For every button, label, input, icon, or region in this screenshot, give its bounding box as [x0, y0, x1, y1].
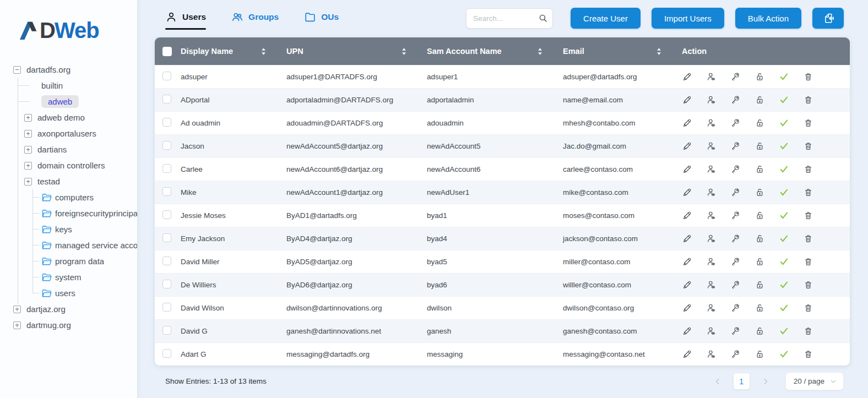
enabled-check-icon[interactable] [779, 95, 789, 105]
user-details-icon[interactable] [706, 118, 717, 128]
enabled-check-icon[interactable] [779, 326, 789, 336]
next-page-button[interactable] [761, 377, 771, 386]
unlock-account-icon[interactable] [755, 187, 765, 198]
row-checkbox[interactable] [162, 118, 171, 127]
delete-trash-icon[interactable] [803, 95, 813, 105]
tree-item[interactable]: adweb [0, 94, 137, 110]
reset-password-key-icon[interactable] [730, 141, 741, 151]
edit-pencil-icon[interactable] [682, 210, 692, 221]
search-icon[interactable] [538, 13, 548, 23]
tree-item[interactable]: users [0, 285, 137, 301]
edit-pencil-icon[interactable] [682, 233, 692, 244]
edit-pencil-icon[interactable] [682, 326, 692, 336]
edit-pencil-icon[interactable] [682, 187, 692, 198]
page-size-select[interactable]: 20 / page [785, 372, 844, 390]
create-user-button[interactable]: Create User [571, 8, 641, 29]
row-checkbox[interactable] [162, 326, 171, 335]
tree-item[interactable]: adweb demo [0, 110, 137, 126]
user-details-icon[interactable] [706, 187, 717, 198]
user-details-icon[interactable] [706, 326, 717, 336]
unlock-account-icon[interactable] [755, 164, 765, 175]
unlock-account-icon[interactable] [755, 141, 765, 151]
tree-item[interactable]: builtin [0, 78, 137, 94]
edit-pencil-icon[interactable] [682, 164, 692, 175]
unlock-account-icon[interactable] [755, 257, 765, 267]
bulk-action-button[interactable]: Bulk Action [735, 8, 801, 29]
unlock-account-icon[interactable] [755, 118, 765, 128]
user-details-icon[interactable] [706, 95, 717, 105]
tree-expander-icon[interactable] [24, 146, 32, 154]
row-checkbox[interactable] [162, 349, 171, 358]
unlock-account-icon[interactable] [755, 326, 765, 336]
reset-password-key-icon[interactable] [730, 349, 741, 359]
user-details-icon[interactable] [706, 72, 717, 82]
row-checkbox[interactable] [162, 141, 171, 150]
delete-trash-icon[interactable] [803, 118, 813, 128]
edit-pencil-icon[interactable] [682, 257, 692, 267]
unlock-account-icon[interactable] [755, 349, 765, 359]
delete-trash-icon[interactable] [803, 326, 813, 336]
row-checkbox[interactable] [162, 280, 171, 288]
row-checkbox[interactable] [162, 210, 171, 219]
edit-pencil-icon[interactable] [682, 95, 692, 105]
tree-expander-icon[interactable] [24, 162, 32, 170]
tab-users[interactable]: Users [165, 9, 206, 28]
user-details-icon[interactable] [706, 280, 717, 290]
sort-icon[interactable] [401, 47, 407, 56]
delete-trash-icon[interactable] [803, 233, 813, 244]
tree-expander-icon[interactable] [24, 130, 32, 138]
tree-item[interactable]: dartians [0, 141, 137, 157]
unlock-account-icon[interactable] [755, 303, 765, 313]
enabled-check-icon[interactable] [779, 72, 789, 82]
delete-trash-icon[interactable] [803, 280, 813, 290]
tree-item[interactable]: managed service accou [0, 237, 137, 253]
enabled-check-icon[interactable] [779, 187, 789, 198]
edit-pencil-icon[interactable] [682, 303, 692, 313]
edit-pencil-icon[interactable] [682, 72, 692, 82]
reset-password-key-icon[interactable] [730, 303, 741, 313]
tree-expander-icon[interactable] [13, 321, 21, 329]
row-checkbox[interactable] [162, 303, 171, 312]
unlock-account-icon[interactable] [755, 95, 765, 105]
reset-password-key-icon[interactable] [730, 95, 741, 105]
reset-password-key-icon[interactable] [730, 187, 741, 198]
row-checkbox[interactable] [162, 95, 171, 103]
user-details-icon[interactable] [706, 164, 717, 175]
unlock-account-icon[interactable] [755, 210, 765, 221]
tree-item[interactable]: dartadfs.org [0, 62, 137, 78]
reset-password-key-icon[interactable] [730, 257, 741, 267]
delete-trash-icon[interactable] [803, 210, 813, 221]
tree-item[interactable]: keys [0, 221, 137, 237]
tree-expander-icon[interactable] [13, 66, 21, 74]
edit-pencil-icon[interactable] [682, 141, 692, 151]
user-details-icon[interactable] [706, 233, 717, 244]
reset-password-key-icon[interactable] [730, 233, 741, 244]
tree-item[interactable]: testad [0, 173, 137, 189]
enabled-check-icon[interactable] [779, 118, 789, 128]
enabled-check-icon[interactable] [779, 164, 789, 175]
reset-password-key-icon[interactable] [730, 164, 741, 175]
reset-password-key-icon[interactable] [730, 118, 741, 128]
tree-item[interactable]: foreignsecurityprincipa [0, 205, 137, 221]
tab-ous[interactable]: OUs [304, 9, 339, 28]
sort-icon[interactable] [656, 47, 662, 56]
sort-icon[interactable] [537, 47, 543, 56]
delete-trash-icon[interactable] [803, 141, 813, 151]
tree-expander-icon[interactable] [24, 178, 32, 186]
tree-item[interactable]: program data [0, 253, 137, 269]
tree-item[interactable]: computers [0, 189, 137, 205]
tree-item[interactable]: system [0, 269, 137, 285]
edit-pencil-icon[interactable] [682, 280, 692, 290]
user-details-icon[interactable] [706, 303, 717, 313]
enabled-check-icon[interactable] [779, 349, 789, 359]
enabled-check-icon[interactable] [779, 257, 789, 267]
reset-password-key-icon[interactable] [730, 280, 741, 290]
tree-item[interactable]: dartmug.org [0, 317, 137, 333]
enabled-check-icon[interactable] [779, 141, 789, 151]
row-checkbox[interactable] [162, 233, 171, 242]
row-checkbox[interactable] [162, 257, 171, 265]
delete-trash-icon[interactable] [803, 187, 813, 198]
reset-password-key-icon[interactable] [730, 210, 741, 221]
enabled-check-icon[interactable] [779, 280, 789, 290]
unlock-account-icon[interactable] [755, 280, 765, 290]
